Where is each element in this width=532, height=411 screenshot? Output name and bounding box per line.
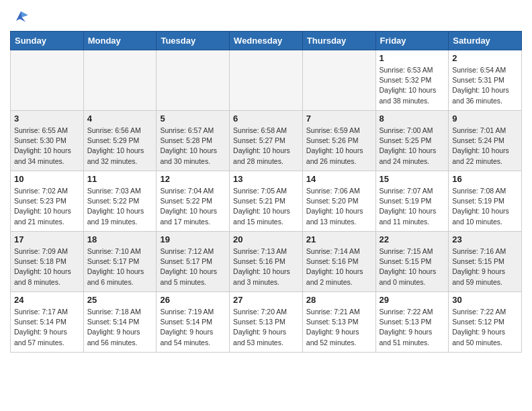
day-info: Sunrise: 7:02 AM Sunset: 5:23 PM Dayligh… <box>14 186 80 227</box>
calendar-cell: 28Sunrise: 7:21 AM Sunset: 5:13 PM Dayli… <box>302 292 375 353</box>
day-info: Sunrise: 7:05 AM Sunset: 5:21 PM Dayligh… <box>233 186 299 227</box>
day-number: 10 <box>14 174 80 184</box>
calendar-week-3: 10Sunrise: 7:02 AM Sunset: 5:23 PM Dayli… <box>11 171 522 232</box>
day-number: 27 <box>233 295 299 305</box>
day-number: 3 <box>14 113 80 124</box>
day-info: Sunrise: 7:10 AM Sunset: 5:17 PM Dayligh… <box>87 246 153 287</box>
calendar-cell: 7Sunrise: 6:59 AM Sunset: 5:26 PM Daylig… <box>302 111 375 171</box>
day-number: 20 <box>233 234 299 244</box>
calendar-cell: 3Sunrise: 6:55 AM Sunset: 5:30 PM Daylig… <box>11 111 84 171</box>
calendar: SundayMondayTuesdayWednesdayThursdayFrid… <box>10 31 522 353</box>
calendar-cell: 6Sunrise: 6:58 AM Sunset: 5:27 PM Daylig… <box>230 111 303 171</box>
day-info: Sunrise: 7:06 AM Sunset: 5:20 PM Dayligh… <box>306 186 372 227</box>
day-info: Sunrise: 7:18 AM Sunset: 5:14 PM Dayligh… <box>87 307 153 348</box>
calendar-cell <box>83 50 157 111</box>
calendar-cell: 4Sunrise: 6:56 AM Sunset: 5:29 PM Daylig… <box>83 111 157 171</box>
calendar-cell: 14Sunrise: 7:06 AM Sunset: 5:20 PM Dayli… <box>302 171 375 232</box>
day-info: Sunrise: 7:15 AM Sunset: 5:15 PM Dayligh… <box>380 246 445 287</box>
calendar-cell: 30Sunrise: 7:22 AM Sunset: 5:12 PM Dayli… <box>449 292 522 353</box>
calendar-cell: 27Sunrise: 7:20 AM Sunset: 5:13 PM Dayli… <box>230 292 303 353</box>
weekday-header-thursday: Thursday <box>302 32 375 50</box>
day-info: Sunrise: 7:00 AM Sunset: 5:25 PM Dayligh… <box>380 126 445 167</box>
day-info: Sunrise: 7:01 AM Sunset: 5:24 PM Dayligh… <box>452 126 518 167</box>
day-number: 8 <box>380 113 445 124</box>
calendar-cell: 29Sunrise: 7:22 AM Sunset: 5:13 PM Dayli… <box>375 292 449 353</box>
day-number: 26 <box>160 295 226 305</box>
logo-bird-icon <box>11 7 30 26</box>
calendar-cell: 17Sunrise: 7:09 AM Sunset: 5:18 PM Dayli… <box>11 232 84 292</box>
day-info: Sunrise: 7:08 AM Sunset: 5:19 PM Dayligh… <box>452 186 518 227</box>
day-info: Sunrise: 7:04 AM Sunset: 5:22 PM Dayligh… <box>160 186 226 227</box>
day-number: 29 <box>380 295 445 305</box>
calendar-cell: 11Sunrise: 7:03 AM Sunset: 5:22 PM Dayli… <box>83 171 157 232</box>
day-info: Sunrise: 7:16 AM Sunset: 5:15 PM Dayligh… <box>452 246 518 287</box>
calendar-cell: 13Sunrise: 7:05 AM Sunset: 5:21 PM Dayli… <box>230 171 303 232</box>
page: SundayMondayTuesdayWednesdayThursdayFrid… <box>0 0 532 363</box>
day-info: Sunrise: 7:07 AM Sunset: 5:19 PM Dayligh… <box>380 186 445 227</box>
day-number: 28 <box>306 295 372 305</box>
calendar-cell: 15Sunrise: 7:07 AM Sunset: 5:19 PM Dayli… <box>375 171 449 232</box>
day-number: 9 <box>452 113 518 124</box>
day-number: 13 <box>233 174 299 184</box>
day-number: 2 <box>452 53 518 63</box>
day-info: Sunrise: 7:20 AM Sunset: 5:13 PM Dayligh… <box>233 307 299 348</box>
day-number: 5 <box>160 113 226 124</box>
day-number: 21 <box>306 234 372 244</box>
weekday-header-saturday: Saturday <box>449 32 522 50</box>
weekday-header-sunday: Sunday <box>11 32 84 50</box>
day-number: 17 <box>14 234 80 244</box>
weekday-header-monday: Monday <box>83 32 157 50</box>
day-number: 15 <box>380 174 445 184</box>
day-number: 18 <box>87 234 153 244</box>
day-info: Sunrise: 6:56 AM Sunset: 5:29 PM Dayligh… <box>87 126 153 167</box>
day-number: 16 <box>452 174 518 184</box>
calendar-cell: 1Sunrise: 6:53 AM Sunset: 5:32 PM Daylig… <box>375 50 449 111</box>
day-info: Sunrise: 6:55 AM Sunset: 5:30 PM Dayligh… <box>14 126 80 167</box>
day-info: Sunrise: 6:53 AM Sunset: 5:32 PM Dayligh… <box>380 65 445 106</box>
calendar-cell: 12Sunrise: 7:04 AM Sunset: 5:22 PM Dayli… <box>157 171 230 232</box>
svg-marker-1 <box>21 11 28 17</box>
day-info: Sunrise: 7:22 AM Sunset: 5:13 PM Dayligh… <box>380 307 445 348</box>
day-info: Sunrise: 7:13 AM Sunset: 5:16 PM Dayligh… <box>233 246 299 287</box>
day-info: Sunrise: 6:59 AM Sunset: 5:26 PM Dayligh… <box>306 126 372 167</box>
calendar-week-4: 17Sunrise: 7:09 AM Sunset: 5:18 PM Dayli… <box>11 232 522 292</box>
day-number: 7 <box>306 113 372 124</box>
logo <box>10 7 30 26</box>
day-info: Sunrise: 7:09 AM Sunset: 5:18 PM Dayligh… <box>14 246 80 287</box>
calendar-week-5: 24Sunrise: 7:17 AM Sunset: 5:14 PM Dayli… <box>11 292 522 353</box>
day-number: 22 <box>380 234 445 244</box>
calendar-cell: 5Sunrise: 6:57 AM Sunset: 5:28 PM Daylig… <box>157 111 230 171</box>
day-info: Sunrise: 7:17 AM Sunset: 5:14 PM Dayligh… <box>14 307 80 348</box>
day-info: Sunrise: 6:54 AM Sunset: 5:31 PM Dayligh… <box>452 65 518 106</box>
calendar-cell <box>230 50 303 111</box>
calendar-cell: 16Sunrise: 7:08 AM Sunset: 5:19 PM Dayli… <box>449 171 522 232</box>
day-number: 12 <box>160 174 226 184</box>
calendar-header-row: SundayMondayTuesdayWednesdayThursdayFrid… <box>11 32 522 50</box>
day-number: 11 <box>87 174 153 184</box>
calendar-week-1: 1Sunrise: 6:53 AM Sunset: 5:32 PM Daylig… <box>11 50 522 111</box>
calendar-cell: 26Sunrise: 7:19 AM Sunset: 5:14 PM Dayli… <box>157 292 230 353</box>
day-number: 14 <box>306 174 372 184</box>
calendar-cell: 19Sunrise: 7:12 AM Sunset: 5:17 PM Dayli… <box>157 232 230 292</box>
calendar-cell: 20Sunrise: 7:13 AM Sunset: 5:16 PM Dayli… <box>230 232 303 292</box>
calendar-cell: 18Sunrise: 7:10 AM Sunset: 5:17 PM Dayli… <box>83 232 157 292</box>
calendar-cell <box>302 50 375 111</box>
header <box>10 7 522 26</box>
weekday-header-tuesday: Tuesday <box>157 32 230 50</box>
day-info: Sunrise: 7:22 AM Sunset: 5:12 PM Dayligh… <box>452 307 518 348</box>
day-info: Sunrise: 7:14 AM Sunset: 5:16 PM Dayligh… <box>306 246 372 287</box>
day-info: Sunrise: 7:21 AM Sunset: 5:13 PM Dayligh… <box>306 307 372 348</box>
day-number: 23 <box>452 234 518 244</box>
day-number: 1 <box>380 53 445 63</box>
calendar-cell: 9Sunrise: 7:01 AM Sunset: 5:24 PM Daylig… <box>449 111 522 171</box>
day-number: 25 <box>87 295 153 305</box>
day-number: 19 <box>160 234 226 244</box>
day-number: 30 <box>452 295 518 305</box>
day-info: Sunrise: 7:03 AM Sunset: 5:22 PM Dayligh… <box>87 186 153 227</box>
day-number: 6 <box>233 113 299 124</box>
day-info: Sunrise: 6:57 AM Sunset: 5:28 PM Dayligh… <box>160 126 226 167</box>
calendar-week-2: 3Sunrise: 6:55 AM Sunset: 5:30 PM Daylig… <box>11 111 522 171</box>
calendar-cell: 22Sunrise: 7:15 AM Sunset: 5:15 PM Dayli… <box>375 232 449 292</box>
day-number: 24 <box>14 295 80 305</box>
calendar-cell: 8Sunrise: 7:00 AM Sunset: 5:25 PM Daylig… <box>375 111 449 171</box>
